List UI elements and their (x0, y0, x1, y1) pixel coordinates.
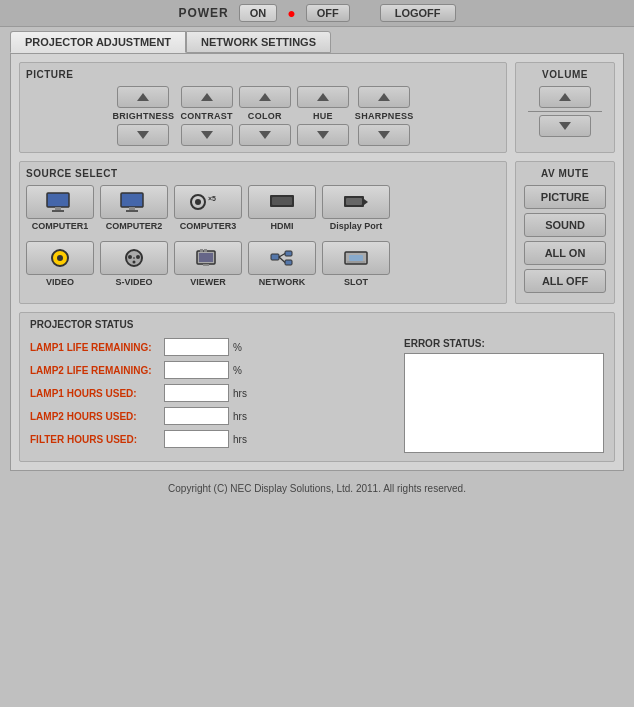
source-computer2-button[interactable]: COMPUTER2 (100, 185, 168, 231)
volume-divider (528, 111, 602, 112)
lamp2-hours-input[interactable] (164, 407, 229, 425)
main-content: PICTURE BRIGHTNESS CO (10, 53, 624, 471)
svg-rect-24 (200, 249, 203, 252)
contrast-control: CONTRAST (180, 86, 232, 146)
source-svideo-button[interactable]: S-VIDEO (100, 241, 168, 287)
source-network-button[interactable]: NETWORK (248, 241, 316, 287)
footer: Copyright (C) NEC Display Solutions, Ltd… (0, 477, 634, 500)
arrow-up-icon (317, 93, 329, 101)
power-on-button[interactable]: ON (239, 4, 278, 22)
brightness-control: BRIGHTNESS (112, 86, 174, 146)
svg-rect-22 (199, 253, 213, 262)
avmute-allon-button[interactable]: ALL ON (524, 241, 606, 265)
color-up-button[interactable] (239, 86, 291, 108)
lamp2-life-unit: % (233, 365, 242, 376)
color-control: COLOR (239, 86, 291, 146)
brightness-up-button[interactable] (117, 86, 169, 108)
volume-up-button[interactable] (539, 86, 591, 108)
svg-point-7 (195, 199, 201, 205)
source-title: SOURCE SELECT (26, 168, 500, 179)
contrast-label: CONTRAST (180, 111, 232, 121)
filter-hours-input[interactable] (164, 430, 229, 448)
lamp1-life-input[interactable] (164, 338, 229, 356)
lamp2-life-input[interactable] (164, 361, 229, 379)
sharpness-up-button[interactable] (358, 86, 410, 108)
source-hdmi-button[interactable]: HDMI (248, 185, 316, 231)
svg-point-20 (133, 257, 135, 259)
avmute-picture-button[interactable]: PICTURE (524, 185, 606, 209)
avmute-title: AV MUTE (522, 168, 608, 179)
picture-title: PICTURE (26, 69, 500, 80)
lamp1-life-label: LAMP1 LIFE REMAINING: (30, 342, 160, 353)
viewer-label: VIEWER (190, 277, 226, 287)
picture-panel: PICTURE BRIGHTNESS CO (19, 62, 507, 153)
logoff-button[interactable]: LOGOFF (380, 4, 456, 22)
svg-rect-27 (285, 251, 292, 256)
hdmi-icon-box (248, 185, 316, 219)
slot-label: SLOT (344, 277, 368, 287)
slot-icon-box (322, 241, 390, 275)
avmute-sound-button[interactable]: SOUND (524, 213, 606, 237)
video-label: VIDEO (46, 277, 74, 287)
contrast-up-button[interactable] (181, 86, 233, 108)
lamp1-hours-label: LAMP1 HOURS USED: (30, 388, 160, 399)
hue-down-button[interactable] (297, 124, 349, 146)
error-status-textarea[interactable] (404, 353, 604, 453)
source-computer1-button[interactable]: COMPUTER1 (26, 185, 94, 231)
brightness-label: BRIGHTNESS (112, 111, 174, 121)
source-computer3-button[interactable]: ×5 COMPUTER3 (174, 185, 242, 231)
svg-rect-28 (285, 260, 292, 265)
svg-rect-23 (203, 264, 209, 266)
svg-marker-12 (364, 199, 368, 205)
filter-hours-label: FILTER HOURS USED: (30, 434, 160, 445)
computer2-icon-box (100, 185, 168, 219)
svg-rect-26 (271, 254, 279, 260)
source-viewer-button[interactable]: VIEWER (174, 241, 242, 287)
lamp1-hours-input[interactable] (164, 384, 229, 402)
source-select-panel: SOURCE SELECT COMPUTER1 (19, 161, 507, 304)
source-displayport-button[interactable]: Display Port (322, 185, 390, 231)
source-row-1: COMPUTER1 COMPUTER2 (26, 185, 500, 231)
lamp2-hours-row: LAMP2 HOURS USED: hrs (30, 407, 384, 425)
brightness-down-button[interactable] (117, 124, 169, 146)
computer2-label: COMPUTER2 (106, 221, 163, 231)
source-video-button[interactable]: VIDEO (26, 241, 94, 287)
avmute-alloff-button[interactable]: ALL OFF (524, 269, 606, 293)
computer1-icon-box (26, 185, 94, 219)
error-status-section: ERROR STATUS: (404, 338, 604, 455)
footer-text: Copyright (C) NEC Display Solutions, Ltd… (168, 483, 466, 494)
arrow-down-icon (137, 131, 149, 139)
computer3-icon-box: ×5 (174, 185, 242, 219)
avmute-panel: AV MUTE PICTURE SOUND ALL ON ALL OFF (515, 161, 615, 304)
contrast-down-button[interactable] (181, 124, 233, 146)
network-label: NETWORK (259, 277, 306, 287)
sharpness-label: SHARPNESS (355, 111, 414, 121)
power-off-button[interactable]: OFF (306, 4, 350, 22)
svg-rect-10 (272, 197, 292, 205)
projector-status-panel: PROJECTOR STATUS LAMP1 LIFE REMAINING: %… (19, 312, 615, 462)
svg-point-15 (57, 255, 63, 261)
displayport-label: Display Port (330, 221, 383, 231)
top-bar: POWER ON ● OFF LOGOFF (0, 0, 634, 27)
source-row-2: VIDEO S-VIDEO (26, 241, 500, 287)
svg-rect-33 (347, 261, 365, 263)
svg-rect-25 (204, 249, 207, 252)
svg-rect-3 (121, 193, 143, 207)
lamp2-life-row: LAMP2 LIFE REMAINING: % (30, 361, 384, 379)
viewer-icon-box (174, 241, 242, 275)
red-dot-icon: ● (287, 5, 295, 21)
svg-point-19 (133, 261, 136, 264)
tab-network-settings[interactable]: NETWORK SETTINGS (186, 31, 331, 53)
svg-rect-32 (349, 255, 363, 261)
volume-panel: VOLUME (515, 62, 615, 153)
svg-rect-2 (52, 210, 64, 212)
volume-down-button[interactable] (539, 115, 591, 137)
lamp1-hours-unit: hrs (233, 388, 247, 399)
tab-projector-adjustment[interactable]: PROJECTOR ADJUSTMENT (10, 31, 186, 53)
hdmi-label: HDMI (271, 221, 294, 231)
arrow-up-icon (259, 93, 271, 101)
color-down-button[interactable] (239, 124, 291, 146)
sharpness-down-button[interactable] (358, 124, 410, 146)
source-slot-button[interactable]: SLOT (322, 241, 390, 287)
hue-up-button[interactable] (297, 86, 349, 108)
